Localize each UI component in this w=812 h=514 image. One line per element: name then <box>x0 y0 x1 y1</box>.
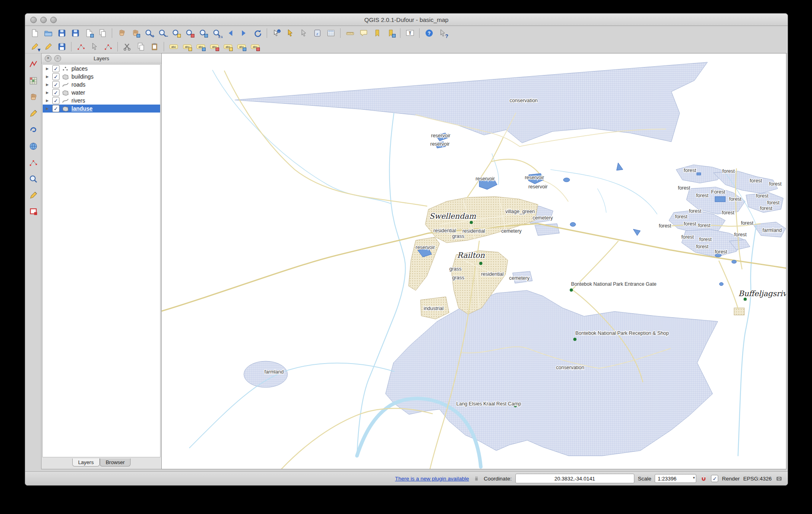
layer-row-buildings[interactable]: ▶ ✓ buildings <box>43 73 160 81</box>
label-properties-button[interactable] <box>249 41 261 52</box>
scale-value: 1:23396 <box>658 476 676 482</box>
full-extent-overlay-icon <box>177 34 181 38</box>
open-attribute-table-button[interactable] <box>325 27 337 39</box>
identify-features-button[interactable] <box>270 27 283 39</box>
copy-features-button[interactable] <box>135 41 147 52</box>
layer-checkbox[interactable]: ✓ <box>52 89 59 96</box>
annotation-eraser-icon[interactable] <box>27 190 39 201</box>
paste-features-button[interactable] <box>148 41 160 52</box>
new-project-button[interactable] <box>28 27 41 39</box>
title-bar: QGIS 2.0.1-Dufour - basic_map <box>25 14 788 26</box>
sketch-tool-icon[interactable] <box>27 108 39 119</box>
pan-map-button[interactable] <box>115 27 128 39</box>
map-label: forest <box>729 196 742 202</box>
scale-lock-icon[interactable] <box>700 475 707 482</box>
layer-labeling-button[interactable] <box>167 41 180 52</box>
raster-tool-icon[interactable] <box>27 75 39 86</box>
layer-checkbox[interactable]: ✓ <box>52 81 59 88</box>
expander-icon[interactable]: ▶ <box>46 91 50 95</box>
show-bookmarks-button[interactable] <box>384 27 397 39</box>
map-label: forest <box>678 185 691 191</box>
pan-layer-tool-icon[interactable] <box>27 91 39 103</box>
layers-panel: × ◦ Layers ▶ ✓ places ▶ ✓ buildings ▶ ✓ <box>41 53 162 469</box>
plus-overlay-icon: + <box>151 34 154 39</box>
measure-line-button[interactable] <box>344 27 356 39</box>
move-feature-button[interactable] <box>88 41 101 52</box>
text-annotation-button[interactable] <box>404 27 416 39</box>
layer-checkbox[interactable]: ✓ <box>52 73 59 80</box>
save-project-button[interactable] <box>55 27 68 39</box>
field-calculator-button[interactable] <box>311 27 323 39</box>
open-project-button[interactable] <box>42 27 54 39</box>
new-print-composer-button[interactable] <box>83 27 95 39</box>
layer-checkbox[interactable]: ✓ <box>52 65 59 72</box>
coordinate-capture-icon[interactable] <box>27 173 39 184</box>
tab-browser[interactable]: Browser <box>100 459 131 467</box>
node-editor-icon[interactable] <box>27 157 39 168</box>
decorations-icon[interactable] <box>27 206 39 217</box>
zoom-to-selection-button[interactable] <box>183 27 196 39</box>
expander-icon[interactable]: ▶ <box>46 67 50 71</box>
coordinate-input[interactable] <box>515 474 634 483</box>
current-edits-button[interactable]: ▾ <box>28 41 41 52</box>
expander-icon[interactable]: ▶ <box>46 75 50 79</box>
crs-status-icon[interactable] <box>775 475 783 482</box>
cut-features-button[interactable] <box>121 41 133 52</box>
expander-icon[interactable]: ▶ <box>46 99 50 103</box>
layer-checkbox[interactable]: ✓ <box>52 105 59 112</box>
web-plugin-icon[interactable] <box>27 140 39 152</box>
label-move-button[interactable] <box>208 41 220 52</box>
map-label: forest <box>696 193 709 198</box>
map-label: Bontebok National Park Reception & Shop <box>575 330 669 336</box>
tab-layers[interactable]: Layers <box>72 459 100 467</box>
new-bookmark-button[interactable] <box>371 27 383 39</box>
render-checkbox[interactable]: ✓ <box>711 475 718 482</box>
layer-row-water[interactable]: ▶ ✓ water <box>43 89 160 97</box>
label-show-hide-button[interactable] <box>194 41 207 52</box>
minimize-window-button[interactable] <box>40 17 47 23</box>
help-contents-button[interactable] <box>423 27 435 39</box>
close-panel-button[interactable]: × <box>45 55 51 62</box>
zoom-in-button[interactable]: + <box>143 27 155 39</box>
layer-row-places[interactable]: ▶ ✓ places <box>43 65 160 73</box>
expander-icon[interactable]: ▶ <box>46 83 50 87</box>
map-tips-button[interactable] <box>357 27 370 39</box>
touch-zoom-pan-button[interactable] <box>129 27 141 39</box>
close-window-button[interactable] <box>30 17 37 23</box>
show-overlay-icon <box>202 47 206 51</box>
layer-row-rivers[interactable]: ▶ ✓ rivers <box>43 97 160 105</box>
expander-icon[interactable]: ▶ <box>46 107 50 111</box>
zoom-window-button[interactable] <box>50 17 57 23</box>
plugin-available-link[interactable]: There is a new plugin available <box>395 476 469 482</box>
plugin-icon[interactable] <box>473 475 480 482</box>
zoom-full-button[interactable] <box>170 27 182 39</box>
save-layer-edits-button[interactable] <box>55 41 68 52</box>
label-pin-button[interactable] <box>181 41 193 52</box>
float-panel-button[interactable]: ◦ <box>54 55 61 62</box>
layer-row-landuse[interactable]: ▶ ✓ landuse <box>43 105 160 113</box>
deselect-features-button[interactable] <box>297 27 310 39</box>
select-features-button[interactable] <box>284 27 296 39</box>
map-label: residential <box>462 228 485 234</box>
scale-combo[interactable]: 1:23396 ▾ <box>655 474 696 483</box>
label-rotate-button[interactable] <box>222 41 234 52</box>
composer-manager-button[interactable] <box>96 27 109 39</box>
map-label: forest <box>681 234 694 240</box>
refresh-map-button[interactable] <box>251 27 263 39</box>
zoom-out-button[interactable]: − <box>156 27 168 39</box>
add-feature-button[interactable] <box>75 41 87 52</box>
layer-checkbox[interactable]: ✓ <box>52 97 59 104</box>
map-canvas[interactable]: conservation reservoir reservoir reservo… <box>161 53 786 469</box>
save-project-as-button[interactable] <box>69 27 81 39</box>
toggle-editing-button[interactable] <box>42 41 54 52</box>
label-change-button[interactable] <box>235 41 248 52</box>
zoom-next-button[interactable] <box>238 27 250 39</box>
zoom-last-button[interactable] <box>224 27 236 39</box>
plugin-tool-icon[interactable] <box>27 124 39 135</box>
zoom-to-layer-button[interactable] <box>197 27 209 39</box>
whats-this-button[interactable]: ? <box>436 27 449 39</box>
zoom-native-button[interactable]: 1:1 <box>210 27 223 39</box>
node-tool-button[interactable] <box>102 41 114 52</box>
layer-row-roads[interactable]: ▶ ✓ roads <box>43 81 160 89</box>
digitize-tool-icon[interactable] <box>27 59 39 70</box>
